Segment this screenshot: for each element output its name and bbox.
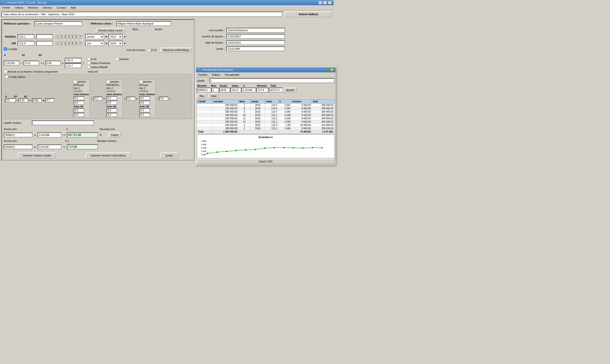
dr-index[interactable] — [230, 88, 241, 92]
rev-num-3[interactable]: 3 — [63, 35, 67, 38]
rev-num-7[interactable]: 7 — [78, 35, 82, 38]
export-csv-btn[interactable]: Export CSV — [197, 159, 335, 164]
index-bottom-input[interactable] — [65, 63, 81, 68]
num-facture-input[interactable] — [226, 34, 285, 39]
k-multi-checkbox[interactable] — [5, 75, 8, 78]
dr-total[interactable] — [269, 88, 283, 92]
recap-green-btn[interactable] — [326, 68, 329, 71]
m0-num-3[interactable]: 3 — [63, 42, 67, 45]
k-simple-checkbox-label[interactable]: k simple — [4, 47, 17, 51]
arrondi-checkbox[interactable] — [4, 70, 7, 73]
dr-revision[interactable] — [256, 88, 268, 92]
dr-mois[interactable] — [212, 88, 219, 92]
menu-contact[interactable]: Contact — [55, 6, 68, 10]
recap-menu-recapitulatif[interactable]: Récapitulatif — [224, 73, 241, 77]
indice-definitif-radio[interactable] — [87, 65, 90, 69]
parution-checkbox-label[interactable]: parution — [116, 57, 129, 61]
ind2-mois-rev-top[interactable] — [107, 96, 117, 100]
ind3-mois-rev-top[interactable] — [139, 96, 150, 100]
rev-num-2[interactable]: 2 — [60, 35, 64, 38]
quitter-btn[interactable]: Quitter — [160, 152, 178, 158]
rev-num-6[interactable]: 6 — [75, 35, 78, 38]
dernier-indice-btn[interactable]: Dernier indice connu — [95, 28, 125, 33]
libelle-rev-input[interactable] — [32, 120, 94, 125]
ancien-prix2-input[interactable] — [4, 144, 32, 149]
n4-checkbox[interactable] — [87, 57, 90, 61]
ind3-mois-rev-bottom[interactable] — [139, 101, 150, 105]
m0-num-6[interactable]: 6 — [75, 42, 78, 45]
imprimer-multi-btn[interactable]: Imprimer révision multi-indices — [85, 152, 131, 158]
k-simple-checkbox[interactable] — [4, 47, 7, 51]
date-facture-input[interactable] — [226, 40, 285, 45]
bas-btn[interactable]: Bas — [197, 93, 207, 99]
m0-num-5[interactable]: 5 — [71, 42, 75, 45]
m0-mois-select[interactable]: janvierfévriermarsavril maijuinjuilletao… — [85, 41, 104, 46]
n3-checkbox-label[interactable]: (n-3) — [147, 49, 157, 52]
ind2-parution-checkbox[interactable] — [107, 80, 110, 83]
revision-mois-select[interactable]: janvierfévriermarsavril maijuinjuilletao… — [85, 34, 104, 39]
menu-fichier[interactable]: Fichier — [1, 6, 12, 10]
revision-annee-select[interactable]: 2022202120202023 — [108, 34, 123, 39]
k1-value-input[interactable] — [24, 61, 39, 65]
ref-operation-input[interactable] — [35, 21, 82, 26]
k2-value-input[interactable] — [45, 61, 61, 65]
m0-input2[interactable] — [36, 41, 53, 46]
ind2-mois-rev-bottom[interactable] — [107, 101, 117, 105]
revision-input2[interactable] — [36, 34, 53, 39]
n3-checkbox[interactable] — [147, 49, 150, 52]
menu-aide[interactable]: Aide — [69, 6, 77, 10]
maximize-btn[interactable]: □ — [323, 1, 327, 4]
revision-input[interactable] — [18, 34, 34, 39]
dr-annee[interactable] — [219, 88, 230, 92]
m0-num-2[interactable]: 2 — [60, 42, 64, 45]
autres-indices-button[interactable]: Autres Indices — [285, 11, 332, 17]
parution-checkbox[interactable] — [116, 57, 119, 61]
rev-num-4[interactable]: 4 — [67, 35, 71, 38]
ind1-parution-check[interactable]: parution — [74, 80, 86, 83]
ancien-prix-input[interactable] — [4, 133, 32, 137]
ind1-parution-checkbox[interactable] — [74, 80, 77, 83]
menu-revision[interactable]: Révision — [27, 6, 40, 10]
ajouter-btn[interactable]: Ajouter — [284, 88, 297, 92]
minimize-btn[interactable]: _ — [318, 1, 322, 4]
k-formula-display[interactable] — [38, 132, 61, 138]
ind1-mois-m0-bottom[interactable] — [74, 113, 84, 117]
multi-k-input[interactable] — [5, 98, 16, 102]
ind3-parution-check[interactable]: parution — [139, 80, 152, 83]
indice-provisoire-radio[interactable] — [87, 61, 90, 65]
arrondi-checkbox-label[interactable]: Arrondi sur la fraction d'indices unique… — [4, 70, 58, 73]
dr-montant[interactable] — [197, 88, 211, 92]
menu-serveur[interactable]: Serveur — [41, 6, 54, 10]
index-top-input[interactable] — [65, 58, 81, 63]
ind2-mois-m0-top[interactable] — [107, 108, 117, 112]
libelle-input[interactable] — [210, 78, 335, 83]
indice-definitif-label[interactable]: Indice Définitif — [87, 65, 110, 69]
multi-k2-input[interactable] — [32, 98, 42, 102]
k-value-input[interactable] — [4, 61, 19, 65]
m0-annee-select[interactable]: 201820192020 — [108, 41, 123, 46]
poste-input[interactable] — [226, 46, 285, 51]
ind3-mois-m0-bottom[interactable] — [139, 113, 150, 117]
indice-provisoire-label[interactable]: Indice Provisoire — [87, 61, 110, 65]
haut-btn[interactable]: Haut — [208, 93, 219, 99]
imprimer-simple-btn[interactable]: Imprimer révision simple — [17, 152, 56, 158]
moyenne-arithmetique-btn[interactable]: Moyenne arithmétique — [160, 47, 192, 52]
multi-k1-input[interactable] — [19, 98, 28, 102]
multi-coef3-input[interactable] — [126, 97, 135, 101]
menu-indices[interactable]: Indices — [14, 6, 25, 10]
ind1-mois-rev-top[interactable] — [74, 96, 84, 100]
n4-checkbox-label[interactable]: (n-4) — [87, 57, 110, 61]
recap-yellow-btn[interactable] — [330, 68, 334, 71]
ind2-mois-m0-bottom[interactable] — [107, 113, 117, 117]
ind1-mois-rev-bottom[interactable] — [74, 101, 84, 105]
k1-formula-display[interactable] — [38, 144, 61, 149]
k-multi-checkbox-label[interactable]: k multi-indices — [5, 75, 26, 78]
m0-num-1[interactable]: 1 — [56, 42, 60, 45]
calcul-btn[interactable]: Calcul — [108, 132, 121, 138]
rev-num-1[interactable]: 1 — [56, 35, 60, 38]
dr-k[interactable] — [242, 88, 256, 92]
m0-num-7[interactable]: 7 — [78, 42, 82, 45]
close-btn[interactable]: ✕ — [328, 1, 332, 4]
multi-coef1-input[interactable] — [45, 98, 54, 102]
m0-input[interactable] — [18, 41, 34, 46]
